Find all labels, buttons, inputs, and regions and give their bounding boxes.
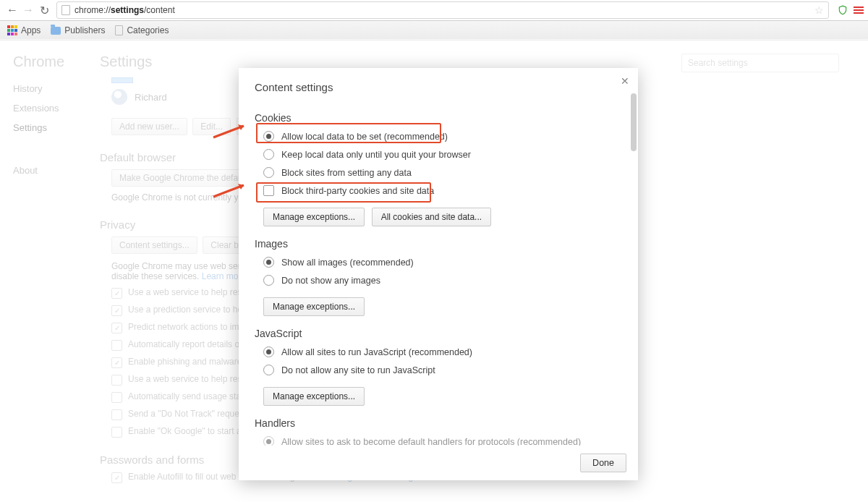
- document-icon: [115, 25, 123, 35]
- dialog-title: Content settings: [255, 81, 622, 93]
- cookies-opt1-label: Allow local data to be set (recommended): [281, 132, 448, 142]
- js-opt2-label: Do not allow any site to run JavaScript: [281, 365, 435, 375]
- cookies-block-thirdparty[interactable]: Block third-party cookies and site data: [263, 185, 622, 196]
- page-icon: [61, 5, 70, 15]
- dialog-body: Cookies Allow local data to be set (reco…: [239, 93, 638, 446]
- dialog-footer: Done: [239, 446, 638, 480]
- manage-exceptions-button[interactable]: Manage exceptions...: [263, 208, 365, 226]
- cookies-opt2-label: Keep local data only until you quit your…: [281, 150, 471, 160]
- content-settings-dialog: Content settings ✕ Cookies Allow local d…: [239, 68, 638, 480]
- manage-exceptions-button[interactable]: Manage exceptions...: [263, 387, 365, 406]
- handlers-heading: Handlers: [255, 417, 622, 429]
- cookies-opt-allow[interactable]: Allow local data to be set (recommended): [263, 131, 622, 142]
- url-text: chrome://settings/content: [75, 5, 175, 15]
- js-opt1-label: Allow all sites to run JavaScript (recom…: [281, 347, 472, 357]
- javascript-heading: JavaScript: [255, 328, 622, 339]
- address-bar[interactable]: chrome://settings/content ☆: [56, 1, 829, 19]
- cookies-opt3-label: Block sites from setting any data: [281, 168, 412, 178]
- images-opt-show[interactable]: Show all images (recommended): [263, 257, 622, 268]
- done-button[interactable]: Done: [580, 454, 626, 472]
- shield-icon[interactable]: [838, 4, 848, 16]
- radio-icon: [263, 167, 274, 178]
- apps-label: Apps: [21, 25, 41, 35]
- radio-icon: [263, 365, 274, 375]
- scrollbar[interactable]: [631, 93, 637, 446]
- apps-bookmark[interactable]: Apps: [7, 25, 41, 35]
- images-opt1-label: Show all images (recommended): [281, 258, 414, 268]
- images-heading: Images: [255, 238, 622, 250]
- categories-bookmark[interactable]: Categories: [115, 25, 169, 35]
- publishers-bookmark[interactable]: Publishers: [51, 25, 105, 35]
- handlers-opt1-label: Allow sites to ask to become default han…: [281, 437, 581, 446]
- js-opt-block[interactable]: Do not allow any site to run JavaScript: [263, 365, 622, 375]
- all-cookies-button[interactable]: All cookies and site data...: [372, 208, 491, 226]
- forward-icon: →: [20, 2, 36, 18]
- cookies-heading: Cookies: [255, 112, 622, 124]
- publishers-label: Publishers: [64, 25, 105, 35]
- apps-grid-icon: [7, 25, 17, 35]
- close-icon[interactable]: ✕: [621, 75, 629, 87]
- categories-label: Categories: [127, 25, 169, 35]
- radio-icon: [263, 257, 274, 268]
- bookmarks-bar: Apps Publishers Categories: [0, 21, 868, 41]
- browser-toolbar: ← → ↻ chrome://settings/content ☆: [0, 0, 868, 21]
- images-opt-hide[interactable]: Do not show any images: [263, 275, 622, 286]
- radio-icon: [263, 131, 274, 142]
- cookies-opt-session[interactable]: Keep local data only until you quit your…: [263, 149, 622, 160]
- cookies-chk-label: Block third-party cookies and site data: [281, 186, 434, 196]
- js-opt-allow[interactable]: Allow all sites to run JavaScript (recom…: [263, 346, 622, 357]
- images-opt2-label: Do not show any images: [281, 276, 380, 286]
- manage-exceptions-button[interactable]: Manage exceptions...: [263, 297, 365, 316]
- hamburger-menu-icon[interactable]: [854, 7, 864, 14]
- radio-icon: [263, 346, 274, 357]
- folder-icon: [51, 27, 61, 35]
- radio-icon: [263, 149, 274, 160]
- checkbox-icon: [263, 185, 274, 196]
- back-icon[interactable]: ←: [4, 2, 20, 18]
- reload-icon[interactable]: ↻: [36, 2, 52, 18]
- radio-icon: [263, 436, 274, 446]
- cookies-opt-block[interactable]: Block sites from setting any data: [263, 167, 622, 178]
- bookmark-star-icon[interactable]: ☆: [814, 4, 824, 16]
- radio-icon: [263, 275, 274, 286]
- handlers-opt-allow[interactable]: Allow sites to ask to become default han…: [263, 436, 622, 446]
